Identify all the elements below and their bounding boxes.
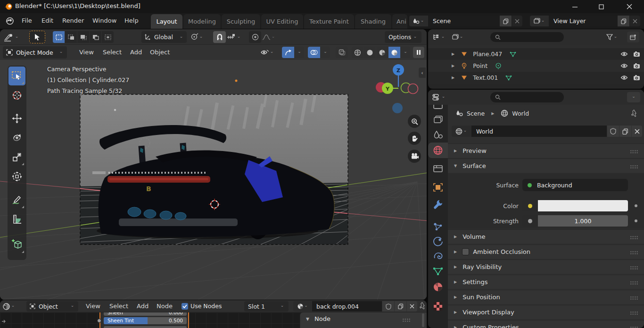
outliner-row-point[interactable]: ▶ Point bbox=[428, 60, 644, 72]
outliner-editor-type-dropdown[interactable] bbox=[432, 32, 446, 42]
panel-ray-visibility[interactable]: ▶ Ray Visibility bbox=[448, 260, 644, 274]
view-layer-name-field[interactable]: View Layer bbox=[549, 16, 618, 26]
tab-view-layer[interactable] bbox=[433, 115, 443, 125]
slot-dropdown[interactable]: Slot 1 bbox=[244, 301, 289, 311]
active-tool-indicator[interactable] bbox=[29, 31, 45, 43]
node-sheen-tint-slider[interactable]: Sheen Tint 0.500 bbox=[104, 317, 187, 324]
view-layer-copy-button[interactable] bbox=[618, 16, 629, 26]
view-layer-icon-dropdown[interactable] bbox=[530, 16, 549, 26]
menu-help[interactable]: Help bbox=[120, 13, 143, 28]
tab-layout[interactable]: Layout bbox=[151, 14, 182, 29]
use-nodes-checkbox[interactable] bbox=[182, 303, 188, 310]
world-browse-dropdown[interactable] bbox=[452, 126, 471, 137]
surface-value-dropdown[interactable]: Background bbox=[522, 179, 628, 191]
viewport-menu-view[interactable]: View bbox=[74, 45, 99, 60]
panel-surface[interactable]: ▼ Surface bbox=[448, 159, 644, 173]
material-name-field[interactable]: back drop.004 bbox=[312, 301, 382, 311]
expand-triangle[interactable]: ▶ bbox=[452, 76, 454, 80]
pin-icon[interactable] bbox=[419, 302, 426, 310]
color-socket-box[interactable] bbox=[522, 200, 538, 211]
scene-unlink-button[interactable] bbox=[512, 16, 522, 26]
new-collection-button[interactable] bbox=[627, 32, 639, 42]
viewport-menu-select[interactable]: Select bbox=[98, 45, 126, 60]
tool-transform[interactable] bbox=[8, 167, 25, 186]
tab-constraints[interactable] bbox=[433, 252, 443, 261]
properties-options-dropdown[interactable] bbox=[627, 92, 640, 102]
viewport-menu-object[interactable]: Object bbox=[145, 45, 174, 60]
tab-clipped-top[interactable] bbox=[432, 105, 444, 110]
show-overlays-dropdown[interactable] bbox=[321, 47, 330, 58]
gizmo-axis-neg-x[interactable] bbox=[408, 84, 418, 94]
properties-editor-type-dropdown[interactable] bbox=[432, 92, 446, 103]
tab-scene[interactable] bbox=[433, 130, 443, 140]
expand-triangle[interactable]: ▶ bbox=[452, 64, 454, 68]
maximize-button[interactable] bbox=[590, 0, 612, 13]
outliner-display-mode-dropdown[interactable] bbox=[452, 32, 464, 42]
shader-canvas[interactable]: Sheen 0.000 Sheen Tint 0.500 ▼ Node bbox=[0, 312, 427, 328]
tab-physics[interactable] bbox=[433, 237, 443, 247]
pause-render-button[interactable] bbox=[413, 47, 424, 58]
viewport-canvas[interactable]: B bbox=[0, 60, 427, 300]
panel-custom-properties[interactable]: ▶ Custom Properties bbox=[448, 320, 644, 328]
shading-material-button[interactable] bbox=[376, 47, 388, 58]
tab-texture[interactable] bbox=[433, 301, 443, 311]
tool-rotate[interactable] bbox=[8, 128, 25, 147]
material-browse-dropdown[interactable] bbox=[293, 301, 312, 311]
scene-name-field[interactable]: Scene bbox=[428, 16, 500, 26]
tool-add-cube[interactable] bbox=[8, 234, 25, 254]
panel-drag-dots[interactable] bbox=[630, 165, 638, 168]
material-unlink-button[interactable] bbox=[407, 301, 417, 311]
tool-move[interactable] bbox=[8, 109, 25, 128]
mode-selector-dropdown[interactable]: Object Mode bbox=[3, 46, 67, 59]
shader-type-dropdown[interactable]: Object bbox=[26, 301, 78, 311]
node-input-socket[interactable] bbox=[97, 319, 101, 323]
panel-ambient-occlusion[interactable]: ▶ Ambient Occlusion bbox=[448, 244, 644, 259]
tab-sculpting[interactable]: Sculpting bbox=[222, 14, 260, 29]
viewport-zoom-button[interactable] bbox=[408, 115, 421, 128]
tab-animation-clipped[interactable]: Ani bbox=[392, 14, 407, 29]
breadcrumb-world[interactable]: World bbox=[512, 110, 529, 117]
panel-settings[interactable]: ▶ Settings bbox=[448, 275, 644, 289]
tab-object[interactable] bbox=[433, 183, 443, 193]
scene-copy-button[interactable] bbox=[500, 16, 512, 26]
outliner-search-input[interactable] bbox=[490, 32, 564, 42]
world-copy-button[interactable] bbox=[619, 126, 631, 137]
viewport-pan-button[interactable] bbox=[408, 132, 421, 145]
transform-orientation-dropdown[interactable]: Global bbox=[141, 31, 187, 43]
disable-render-camera-icon[interactable] bbox=[633, 63, 640, 69]
panel-volume[interactable]: ▶ Volume bbox=[448, 229, 644, 244]
object-visibility-dropdown[interactable] bbox=[260, 47, 274, 58]
panel-drag-dots[interactable] bbox=[630, 326, 638, 328]
snap-with-dropdown[interactable] bbox=[227, 31, 241, 43]
options-dropdown[interactable]: Options bbox=[385, 31, 421, 43]
tab-shading[interactable]: Shading bbox=[355, 14, 391, 29]
panel-drag-dots[interactable] bbox=[630, 251, 638, 254]
strength-socket-box[interactable] bbox=[522, 215, 538, 227]
menu-file[interactable]: File bbox=[17, 13, 37, 28]
color-swatch[interactable] bbox=[538, 200, 628, 211]
tool-cursor[interactable] bbox=[8, 86, 25, 105]
shading-rendered-button[interactable] bbox=[388, 47, 400, 58]
outliner-filter-dropdown[interactable] bbox=[606, 32, 618, 42]
shader-menu-node[interactable]: Node bbox=[152, 300, 177, 314]
sidebar-toggle-arrow[interactable]: ‹ bbox=[419, 67, 426, 78]
blender-menu-icon[interactable] bbox=[5, 17, 14, 25]
gizmo-axis-neg-z[interactable] bbox=[392, 103, 403, 113]
tab-modifiers[interactable] bbox=[433, 199, 443, 210]
panel-sun-position[interactable]: ▶ Sun Position bbox=[448, 290, 644, 304]
shader-node-fragment[interactable]: Sheen 0.000 Sheen Tint 0.500 bbox=[99, 312, 189, 328]
ao-checkbox[interactable] bbox=[462, 248, 469, 255]
tab-uv-editing[interactable]: UV Editing bbox=[261, 14, 303, 29]
proportional-falloff-dropdown[interactable] bbox=[262, 31, 276, 43]
hide-eye-icon[interactable] bbox=[620, 51, 628, 57]
viewport-menu-add[interactable]: Add bbox=[125, 45, 147, 60]
menu-edit[interactable]: Edit bbox=[37, 13, 58, 28]
tool-scale[interactable] bbox=[8, 148, 25, 167]
close-button[interactable] bbox=[619, 0, 640, 13]
panel-drag-dots[interactable] bbox=[630, 150, 638, 153]
outliner-row-text001[interactable]: ▶ Text.001 bbox=[428, 72, 644, 84]
tab-modeling[interactable]: Modeling bbox=[183, 14, 221, 29]
viewport-camera-view-button[interactable] bbox=[408, 150, 421, 163]
tab-texture-paint[interactable]: Texture Paint bbox=[304, 14, 354, 29]
active-tool-dropdown[interactable] bbox=[3, 31, 20, 43]
